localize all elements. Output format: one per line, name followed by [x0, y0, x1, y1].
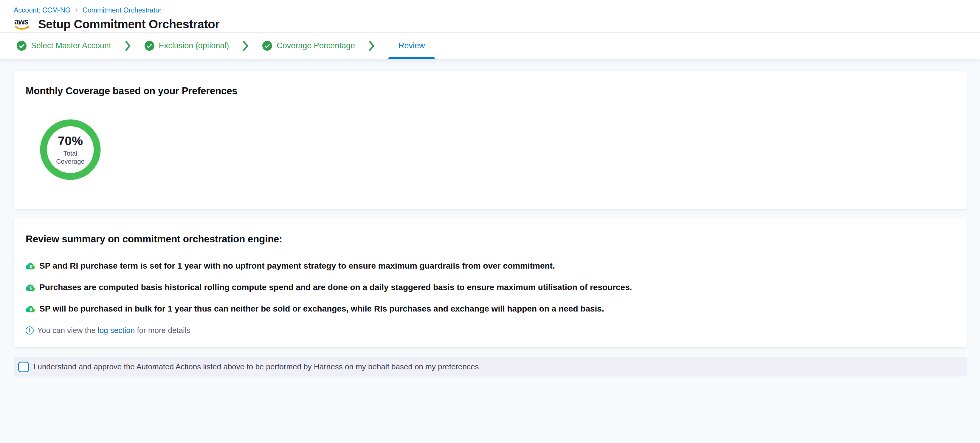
aws-logo-icon: aws — [14, 17, 31, 31]
coverage-donut-chart: 70% Total Coverage — [40, 119, 101, 180]
step-separator-chevron-icon — [243, 41, 248, 51]
coverage-card-title: Monthly Coverage based on your Preferenc… — [25, 85, 955, 97]
main-content: Monthly Coverage based on your Preferenc… — [0, 59, 980, 376]
tab-review[interactable]: Review — [388, 32, 435, 59]
breadcrumb: Account: CCM-NG › Commitment Orchestrato… — [14, 6, 966, 14]
step-label: Select Master Account — [31, 41, 111, 50]
step-separator-chevron-icon — [369, 41, 375, 51]
step-separator-chevron-icon — [125, 41, 131, 51]
summary-card-title: Review summary on commitment orchestrati… — [25, 233, 955, 245]
step-complete-check-icon — [262, 41, 272, 51]
step-exclusion-optional[interactable]: Exclusion (optional) — [145, 41, 229, 51]
step-coverage-percentage[interactable]: Coverage Percentage — [262, 41, 355, 51]
svg-text:$: $ — [30, 264, 32, 269]
summary-list: $ SP and RI purchase term is set for 1 y… — [25, 261, 955, 314]
review-summary-card: Review summary on commitment orchestrati… — [14, 218, 967, 347]
page-header: Account: CCM-NG › Commitment Orchestrato… — [0, 0, 980, 32]
info-note-text: You can view the log section for more de… — [37, 325, 191, 335]
summary-list-item: $ SP will be purchased in bulk for 1 yea… — [25, 304, 955, 314]
approval-checkbox[interactable] — [18, 362, 29, 372]
wizard-steps: Select Master Account Exclusion (optiona… — [0, 32, 980, 59]
step-select-master-account[interactable]: Select Master Account — [17, 41, 111, 51]
step-label: Exclusion (optional) — [159, 41, 229, 50]
tab-review-label: Review — [398, 41, 425, 50]
step-complete-check-icon — [145, 41, 154, 51]
cloud-dollar-icon: $ — [25, 262, 35, 270]
breadcrumb-separator-icon: › — [75, 6, 78, 13]
summary-bullet-text: Purchases are computed basis historical … — [39, 283, 632, 292]
svg-text:$: $ — [30, 307, 32, 312]
cloud-dollar-icon: $ — [25, 283, 35, 292]
summary-list-item: $ SP and RI purchase term is set for 1 y… — [25, 261, 955, 271]
donut-value: 70% — [58, 134, 83, 148]
approval-bar: I understand and approve the Automated A… — [14, 357, 967, 376]
step-label: Coverage Percentage — [277, 41, 355, 50]
approval-label: I understand and approve the Automated A… — [33, 362, 479, 371]
info-icon: i — [25, 327, 34, 335]
log-section-link[interactable]: log section — [98, 326, 135, 335]
step-complete-check-icon — [17, 41, 27, 51]
svg-text:$: $ — [30, 285, 32, 290]
summary-bullet-text: SP will be purchased in bulk for 1 year … — [39, 304, 604, 314]
cloud-dollar-icon: $ — [25, 305, 35, 313]
svg-text:aws: aws — [14, 17, 28, 26]
summary-bullet-text: SP and RI purchase term is set for 1 yea… — [39, 261, 555, 271]
monthly-coverage-card: Monthly Coverage based on your Preferenc… — [14, 71, 967, 209]
page-title: Setup Commitment Orchestrator — [38, 18, 220, 31]
donut-sublabel: Total Coverage — [56, 149, 84, 166]
info-note: i You can view the log section for more … — [25, 325, 955, 335]
summary-list-item: $ Purchases are computed basis historica… — [25, 283, 955, 292]
breadcrumb-link-commitment-orchestrator[interactable]: Commitment Orchestrator — [83, 6, 162, 14]
breadcrumb-link-account[interactable]: Account: CCM-NG — [14, 6, 70, 14]
